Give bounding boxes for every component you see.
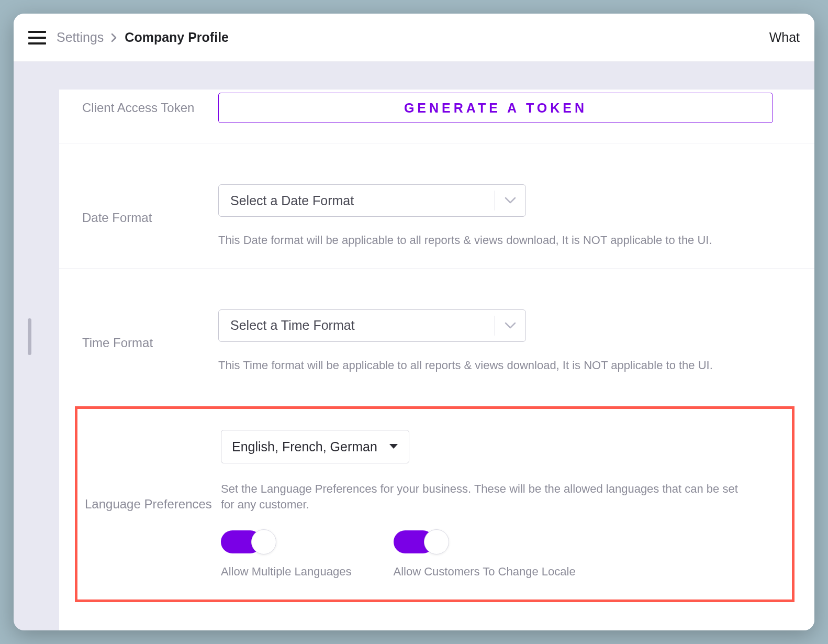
date-format-placeholder: Select a Date Format xyxy=(219,193,495,208)
toggle-allow-multiple-languages-label: Allow Multiple Languages xyxy=(221,565,352,579)
topbar: Settings Company Profile What xyxy=(14,14,814,62)
caret-down-icon xyxy=(389,443,398,450)
date-format-helper: This Date format will be applicable to a… xyxy=(218,232,791,248)
label-client-access-token: Client Access Token xyxy=(82,101,218,115)
row-time-format: Time Format Select a Time Format This Ti… xyxy=(59,269,814,393)
label-time-format: Time Format xyxy=(82,309,218,350)
toggle-allow-change-locale[interactable] xyxy=(394,530,451,553)
toggle-allow-multiple-languages[interactable] xyxy=(221,530,278,553)
chevron-right-icon xyxy=(111,33,117,42)
label-date-format: Date Format xyxy=(82,184,218,225)
app-window: Settings Company Profile What Client Acc… xyxy=(14,14,814,630)
date-format-select[interactable]: Select a Date Format xyxy=(218,184,526,217)
content-panel: Client Access Token GENERATE A TOKEN Dat… xyxy=(59,90,814,630)
time-format-helper: This Time format will be applicable to a… xyxy=(218,358,791,373)
language-helper: Set the Language Preferences for your bu… xyxy=(221,481,749,512)
breadcrumb-parent[interactable]: Settings xyxy=(57,30,104,45)
label-language-preferences: Language Preferences xyxy=(85,430,221,512)
language-preferences-highlight: Language Preferences English, French, Ge… xyxy=(75,406,795,602)
language-select-value: English, French, German xyxy=(232,439,377,454)
generate-token-button[interactable]: GENERATE A TOKEN xyxy=(218,93,773,123)
time-format-placeholder: Select a Time Format xyxy=(219,318,495,333)
row-client-access-token: Client Access Token GENERATE A TOKEN xyxy=(59,90,814,143)
menu-icon[interactable] xyxy=(28,31,46,45)
time-format-select[interactable]: Select a Time Format xyxy=(218,309,526,342)
scrollbar-thumb[interactable] xyxy=(28,318,31,355)
chevron-down-icon xyxy=(495,322,525,329)
toggle-allow-change-locale-label: Allow Customers To Change Locale xyxy=(394,565,576,579)
row-date-format: Date Format Select a Date Format This Da… xyxy=(59,143,814,269)
whats-new-link[interactable]: What xyxy=(769,30,800,45)
toggle-allow-change-locale-block: Allow Customers To Change Locale xyxy=(394,530,576,579)
chevron-down-icon xyxy=(495,197,525,204)
toggle-allow-multiple-languages-block: Allow Multiple Languages xyxy=(221,530,352,579)
language-select[interactable]: English, French, German xyxy=(221,430,409,463)
breadcrumb-current: Company Profile xyxy=(125,30,229,45)
